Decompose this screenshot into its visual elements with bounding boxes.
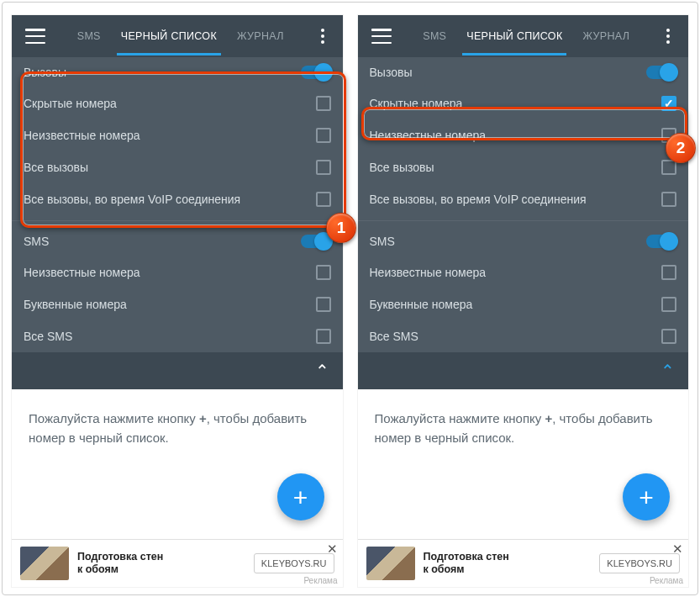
sms-section: SMS <box>358 226 689 256</box>
row-all-sms[interactable]: Все SMS <box>358 320 689 352</box>
calls-toggle[interactable] <box>301 66 331 79</box>
row-hidden[interactable]: Скрытые номера <box>12 87 343 119</box>
ad-banner[interactable]: Подготовка стенк обоям KLEYBOYS.RU ✕ Рек… <box>12 539 343 587</box>
hint-area: Пожалуйста нажмите кнопку +, чтобы добав… <box>12 389 343 539</box>
collapse-bar[interactable]: ⌃ <box>358 352 689 389</box>
screen-right: SMS ЧЕРНЫЙ СПИСОК ЖУРНАЛ Вызовы Скрытые … <box>358 15 689 587</box>
sms-section: SMS <box>12 226 343 256</box>
chevron-up-icon: ⌃ <box>661 361 675 381</box>
checkbox[interactable] <box>316 128 331 143</box>
checkbox[interactable] <box>661 265 676 280</box>
tab-log[interactable]: ЖУРНАЛ <box>233 17 288 55</box>
row-hidden[interactable]: Скрытые номера✓ <box>358 87 689 119</box>
row-all-calls[interactable]: Все вызовы <box>12 151 343 183</box>
close-icon[interactable]: ✕ <box>672 542 683 557</box>
hint-area: Пожалуйста нажмите кнопку +, чтобы добав… <box>358 389 689 539</box>
sms-label: SMS <box>24 235 49 248</box>
screen-left: SMS ЧЕРНЫЙ СПИСОК ЖУРНАЛ Вызовы Скрытые … <box>12 15 343 587</box>
close-icon[interactable]: ✕ <box>327 542 338 557</box>
checkbox[interactable] <box>316 297 331 312</box>
tab-blacklist[interactable]: ЧЕРНЫЙ СПИСОК <box>462 17 566 55</box>
collapse-bar[interactable]: ⌃ <box>12 352 343 389</box>
calls-section: Вызовы <box>12 57 343 87</box>
step-badge-2: 2 <box>666 133 696 163</box>
overflow-icon[interactable] <box>313 29 333 44</box>
tab-blacklist[interactable]: ЧЕРНЫЙ СПИСОК <box>117 17 221 55</box>
ad-thumb <box>366 547 415 580</box>
checkbox[interactable] <box>316 96 331 111</box>
chevron-up-icon: ⌃ <box>315 361 329 381</box>
row-all-sms[interactable]: Все SMS <box>12 320 343 352</box>
row-all-calls[interactable]: Все вызовы <box>358 151 689 183</box>
tab-sms[interactable]: SMS <box>418 17 450 55</box>
sms-toggle[interactable] <box>646 235 676 248</box>
step-badge-1: 1 <box>326 213 356 243</box>
row-unknown-sms[interactable]: Неизвестные номера <box>12 256 343 288</box>
ad-thumb <box>20 547 69 580</box>
checkbox[interactable]: ✓ <box>661 96 676 111</box>
checkbox[interactable] <box>661 192 676 207</box>
row-alpha[interactable]: Буквенные номера <box>358 288 689 320</box>
row-voip[interactable]: Все вызовы, во время VoIP соединения <box>358 183 689 215</box>
sms-label: SMS <box>370 235 395 248</box>
checkbox[interactable] <box>316 192 331 207</box>
overflow-icon[interactable] <box>658 29 678 44</box>
row-alpha[interactable]: Буквенные номера <box>12 288 343 320</box>
calls-toggle[interactable] <box>646 66 676 79</box>
checkbox[interactable] <box>661 329 676 344</box>
app-bar: SMS ЧЕРНЫЙ СПИСОК ЖУРНАЛ <box>12 15 343 57</box>
sms-toggle[interactable] <box>301 235 331 248</box>
checkbox[interactable] <box>316 329 331 344</box>
checkbox[interactable] <box>316 160 331 175</box>
row-unknown[interactable]: Неизвестные номера <box>12 119 343 151</box>
ad-banner[interactable]: Подготовка стенк обоям KLEYBOYS.RU ✕ Рек… <box>358 539 689 587</box>
checkbox[interactable] <box>661 297 676 312</box>
menu-icon[interactable] <box>25 29 45 44</box>
menu-icon[interactable] <box>371 29 392 44</box>
app-bar: SMS ЧЕРНЫЙ СПИСОК ЖУРНАЛ <box>358 15 689 57</box>
add-fab[interactable]: + <box>623 473 670 520</box>
row-voip[interactable]: Все вызовы, во время VoIP соединения <box>12 183 343 215</box>
tab-sms[interactable]: SMS <box>73 17 105 55</box>
calls-label: Вызовы <box>24 66 66 79</box>
add-fab[interactable]: + <box>277 473 324 520</box>
row-unknown-sms[interactable]: Неизвестные номера <box>358 256 689 288</box>
row-unknown[interactable]: Неизвестные номера <box>358 119 689 151</box>
calls-label: Вызовы <box>370 66 413 79</box>
calls-section: Вызовы <box>358 57 689 87</box>
ad-link[interactable]: KLEYBOYS.RU <box>254 553 334 573</box>
checkbox[interactable] <box>316 265 331 280</box>
ad-link[interactable]: KLEYBOYS.RU <box>599 553 680 573</box>
tab-log[interactable]: ЖУРНАЛ <box>578 17 634 55</box>
